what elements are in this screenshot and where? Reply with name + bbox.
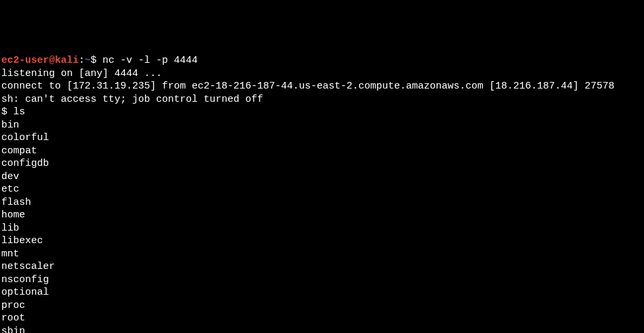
prompt-user: ec2-user@kali bbox=[1, 55, 79, 66]
ls-item: libexec bbox=[1, 235, 643, 248]
ls-item: home bbox=[1, 209, 643, 222]
output-line: listening on [any] 4444 ... bbox=[1, 67, 643, 81]
prompt-separator: : bbox=[79, 55, 85, 66]
shell-command: ls bbox=[13, 106, 25, 118]
ls-item: sbin bbox=[1, 325, 643, 334]
ls-item: dev bbox=[1, 170, 643, 184]
ls-item: mnt bbox=[1, 248, 643, 261]
ls-item: proc bbox=[1, 299, 643, 313]
prompt-symbol: $ bbox=[91, 55, 97, 66]
ls-item: netscaler bbox=[1, 260, 643, 274]
ls-item: nsconfig bbox=[1, 274, 643, 287]
output-line: sh: can't access tty; job control turned… bbox=[1, 93, 643, 106]
terminal-window[interactable]: ec2-user@kali:~$ nc -v -l -p 4444listeni… bbox=[1, 54, 643, 333]
ls-item: compat bbox=[1, 145, 643, 158]
prompt-line: ec2-user@kali:~$ nc -v -l -p 4444 bbox=[1, 54, 643, 67]
ls-item: colorful bbox=[1, 131, 643, 145]
ls-item: configdb bbox=[1, 157, 643, 170]
shell-prompt-line: $ ls bbox=[1, 106, 643, 119]
ls-item: lib bbox=[1, 222, 643, 235]
command: nc -v -l -p 4444 bbox=[102, 55, 198, 66]
ls-item: flash bbox=[1, 196, 643, 209]
ls-item: optional bbox=[1, 286, 643, 299]
output-line: connect to [172.31.19.235] from ec2-18-2… bbox=[1, 80, 643, 93]
ls-item: bin bbox=[1, 119, 643, 132]
command-text bbox=[97, 55, 102, 66]
ls-item: etc bbox=[1, 183, 643, 196]
ls-item: root bbox=[1, 312, 643, 325]
prompt-path: ~ bbox=[85, 55, 91, 66]
shell-prompt: $ bbox=[1, 106, 13, 118]
